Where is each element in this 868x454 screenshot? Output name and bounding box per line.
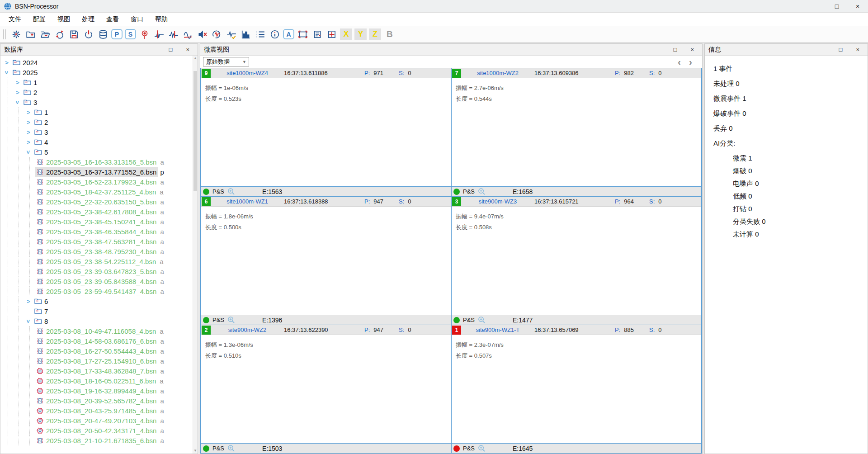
tree-file[interactable]: 2025-03-05_23-38-46.355844_4.bsna <box>2 227 193 236</box>
toolbar-grip[interactable] <box>3 29 6 39</box>
waveform-plot[interactable]: 振幅 = 1e-06m/s长度 = 0.523s <box>201 78 451 186</box>
data-mode-select[interactable]: 原始数据 ▼ <box>203 57 249 66</box>
minimize-button[interactable]: — <box>806 0 826 12</box>
mute-icon[interactable] <box>196 28 208 40</box>
scrollbar-thumb[interactable] <box>193 71 197 191</box>
menu-item-1[interactable]: 文件 <box>3 14 27 25</box>
zoom-in-icon[interactable] <box>227 188 236 196</box>
tree-file[interactable]: 2025-03-08_17-27-25.154910_6.bsna <box>2 356 193 366</box>
zoom-in-icon[interactable] <box>227 445 236 453</box>
expand-icon[interactable]: > <box>24 119 33 126</box>
bold-button[interactable]: B <box>383 29 396 39</box>
locate-icon[interactable] <box>138 28 151 40</box>
menu-item-3[interactable]: 视图 <box>52 14 76 25</box>
scroll-up-icon[interactable]: ▲ <box>193 56 198 61</box>
expand-icon[interactable]: > <box>24 109 33 116</box>
prev-event-button[interactable]: ‹ <box>678 57 681 66</box>
tree-file[interactable]: 2025-03-05_22-32-20.635150_5.bsna <box>2 197 193 207</box>
pick-p-icon[interactable] <box>153 28 165 40</box>
zoom-in-icon[interactable] <box>478 316 486 324</box>
axis-y-button[interactable]: Y <box>354 28 367 40</box>
settings-icon[interactable] <box>10 28 22 40</box>
collapse-icon[interactable]: > <box>24 318 33 325</box>
annotate-button[interactable]: A <box>283 29 294 39</box>
axis-z-button[interactable]: Z <box>369 28 381 40</box>
refresh-icon[interactable] <box>53 28 66 40</box>
wave-restore-icon[interactable] <box>211 28 223 40</box>
zoom-in-icon[interactable] <box>478 188 486 196</box>
tree-file[interactable]: 2025-03-05_23-38-47.563281_4.bsna <box>2 236 193 246</box>
waveform-plot[interactable]: 振幅 = 1.3e-06m/s长度 = 0.510s <box>201 335 451 443</box>
maximize-button[interactable]: □ <box>826 0 847 12</box>
tree-file[interactable]: 2025-03-08_17-33-48.362848_7.bsna <box>2 366 193 376</box>
scroll-down-icon[interactable]: ▼ <box>193 448 198 454</box>
tree-folder-5[interactable]: >5 <box>2 147 193 157</box>
open-folder-icon[interactable] <box>39 28 51 40</box>
tree-folder-3[interactable]: >3 <box>2 97 193 107</box>
info-panel-float-button[interactable]: □ <box>839 46 843 53</box>
database-panel-float-button[interactable]: □ <box>169 46 173 53</box>
info-panel-close-button[interactable]: × <box>856 46 859 53</box>
tree-file[interactable]: 2025-03-05_23-38-48.795230_4.bsna <box>2 246 193 256</box>
tree-file[interactable]: 2025-03-08_20-47-49.207103_4.bsna <box>2 416 193 426</box>
menu-item-5[interactable]: 查看 <box>100 14 125 25</box>
report-icon[interactable] <box>311 28 323 40</box>
tree-file[interactable]: 2025-03-08_14-58-03.686176_6.bsna <box>2 336 193 346</box>
expand-icon[interactable]: > <box>24 298 33 305</box>
collapse-icon[interactable]: > <box>13 99 22 106</box>
tree-folder-2024[interactable]: >2024 <box>2 57 193 67</box>
database-panel-close-button[interactable]: × <box>186 46 189 53</box>
tree-file[interactable]: 2025-03-08_16-27-50.554443_4.bsna <box>2 346 193 356</box>
zoom-in-icon[interactable] <box>227 316 236 324</box>
tree-file[interactable]: 2025-03-08_18-16-05.022511_6.bsna <box>2 376 193 386</box>
p-phase-button[interactable]: P <box>111 29 123 39</box>
tree-file[interactable]: 2025-03-05_23-38-45.150241_4.bsna <box>2 217 193 227</box>
tree-file[interactable]: 2025-03-05_23-38-42.617808_4.bsna <box>2 207 193 217</box>
collapse-icon[interactable]: > <box>2 69 11 76</box>
tree-file[interactable]: 2025-03-05_23-39-05.843588_4.bsna <box>2 276 193 286</box>
ps-toggle[interactable]: P&S <box>212 188 224 195</box>
axis-x-button[interactable]: X <box>340 28 352 40</box>
ps-toggle[interactable]: P&S <box>212 317 224 323</box>
menu-item-2[interactable]: 配置 <box>27 14 52 25</box>
wave-filter-icon[interactable] <box>225 28 237 40</box>
waveform-plot[interactable]: 振幅 = 2.3e-07m/s长度 = 0.507s <box>452 335 701 443</box>
power-icon[interactable] <box>82 28 94 40</box>
tree-file[interactable]: 2025-03-05_16-16-33.313156_5.bsna <box>2 157 193 167</box>
seismic-view-close-button[interactable]: × <box>690 46 694 53</box>
tree-file[interactable]: 2025-03-08_20-43-25.971485_4.bsna <box>2 406 193 416</box>
tree-folder-1[interactable]: >1 <box>2 107 193 117</box>
tree-folder-2[interactable]: >2 <box>2 117 193 127</box>
tree-folder-2025[interactable]: >2025 <box>2 67 193 77</box>
pick-clear-icon[interactable] <box>182 28 194 40</box>
waveform-plot[interactable]: 振幅 = 2.7e-06m/s长度 = 0.544s <box>452 78 701 186</box>
tree-folder-4[interactable]: >4 <box>2 137 193 147</box>
tree-file[interactable]: 2025-03-05_23-39-03.647823_5.bsna <box>2 266 193 276</box>
crosshair-icon[interactable] <box>326 28 338 40</box>
waveform-plot[interactable]: 振幅 = 9.4e-07m/s长度 = 0.508s <box>452 207 701 315</box>
tree-file[interactable]: 2025-03-05_16-52-23.179923_4.bsna <box>2 177 193 187</box>
region-icon[interactable] <box>297 28 309 40</box>
menu-item-6[interactable]: 窗口 <box>125 14 149 25</box>
expand-icon[interactable]: > <box>2 59 11 66</box>
close-button[interactable]: × <box>847 0 868 12</box>
tree-folder-1[interactable]: >1 <box>2 77 193 87</box>
pick-s-icon[interactable] <box>167 28 179 40</box>
database-icon[interactable] <box>97 28 109 40</box>
tree-file[interactable]: 2025-03-05_18-42-37.251125_4.bsna <box>2 187 193 197</box>
tree-file[interactable]: 2025-03-08_20-50-42.343171_4.bsna <box>2 426 193 435</box>
tree-folder-3[interactable]: >3 <box>2 127 193 137</box>
tree-file[interactable]: 2025-03-08_10-49-47.116058_4.bsna <box>2 326 193 336</box>
event-list-icon[interactable] <box>254 28 266 40</box>
tree-folder-6[interactable]: >6 <box>2 296 193 306</box>
tree-file[interactable]: 2025-03-08_19-16-32.899449_4.bsna <box>2 386 193 396</box>
seismic-view-float-button[interactable]: □ <box>674 46 677 53</box>
tree-file[interactable]: 2025-03-08_21-10-21.671835_6.bsna <box>2 435 193 445</box>
tree-file[interactable]: 2025-03-05_16-37-13.771552_6.bsnp <box>2 167 193 177</box>
next-event-button[interactable]: › <box>689 57 692 66</box>
menu-item-4[interactable]: 处理 <box>76 14 100 25</box>
save-icon[interactable] <box>68 28 80 40</box>
info-icon[interactable] <box>269 28 281 40</box>
histogram-icon[interactable] <box>240 28 252 40</box>
ps-toggle[interactable]: P&S <box>463 188 475 195</box>
